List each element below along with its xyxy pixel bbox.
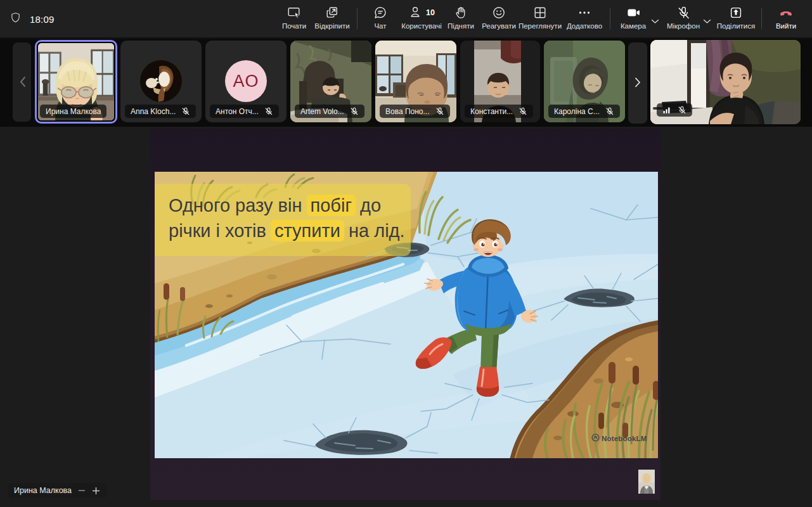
zoom-in-button[interactable] [90,485,101,496]
mic-off-icon [350,107,359,115]
mic-off-icon [678,106,686,114]
participant-tile-karolina[interactable]: Кароліна С... [544,41,625,122]
chevron-down-icon [703,16,711,26]
participant-tile-irina[interactable]: Ирина Малкова [35,40,117,124]
highlighted-word: побіг [307,195,356,216]
shared-slide: Одного разу він побіг до річки і хотів с… [155,172,658,458]
participant-name-pill: Artem Volo... [295,105,364,118]
participant-tile-vova[interactable]: Вова Поно... [375,41,456,122]
presenter-name-pill: Ирина Малкова [8,483,107,498]
meeting-timer: 18:09 [30,14,55,25]
participant-name-pill: Anna Kloch... [125,105,196,118]
leave-button[interactable]: Вийти [770,4,802,35]
popout-icon [325,4,340,21]
mic-options-chevron[interactable] [703,16,711,25]
filmstrip-prev-button[interactable] [15,74,30,91]
slide-caption-band: Одного разу він побіг до річки і хотів с… [155,184,411,256]
meeting-stage: Одного разу він побіг до річки і хотів с… [0,127,812,507]
smiley-icon [491,4,506,21]
chat-button[interactable]: Чат [365,4,396,35]
view-button[interactable]: Переглянути [517,4,564,35]
participant-tile-large[interactable] [650,40,801,124]
participant-tile-anna[interactable]: Anna Kloch... [120,41,202,122]
more-options-button[interactable]: Додатково [562,4,607,35]
slide-caption-line1: Одного разу він побіг до [169,193,411,218]
ellipsis-icon [577,4,592,21]
participant-tile-artem[interactable]: Artem Volo... [290,41,371,122]
share-button[interactable]: Поділитися [714,4,758,35]
notebooklm-logo-icon [591,433,600,443]
hang-up-icon [778,4,794,21]
shield-icon [10,11,22,27]
person-icon [408,4,423,22]
microphone-button[interactable]: Мікрофон [664,4,702,35]
react-button[interactable]: Реагувати [478,4,520,35]
mic-off-icon [435,107,444,115]
mic-off-icon [264,107,273,115]
participant-tile-anton[interactable]: AO Антон Отч... [205,41,287,122]
camera-options-chevron[interactable] [651,16,659,25]
connection-pill [657,103,692,117]
slide-caption-line2: річки і хотів ступити на лід. [169,218,411,243]
participants-count: 10 [426,8,435,17]
participant-name-pill: Кароліна С... [548,105,620,118]
unpin-button[interactable]: Відкріпити [307,4,358,35]
filmstrip-next-button[interactable] [628,42,647,124]
shared-screen-region: Одного разу він побіг до річки і хотів с… [150,129,661,500]
camera-icon [626,4,641,21]
toolbar-divider [761,8,762,29]
chevron-right-icon [633,77,642,90]
toolbar-divider [610,8,610,29]
screen-share-icon [287,4,302,21]
participant-tile-konstantin[interactable]: Константи... [460,41,540,122]
mic-off-icon [519,107,527,115]
participant-name-pill: Вова Поно... [380,105,450,118]
raise-hand-button[interactable]: Підняти [442,4,480,35]
mic-off-icon [605,107,614,115]
signal-bars-icon [662,106,671,114]
participant-name-pill: Константи... [465,105,533,118]
participant-name-pill: Ирина Малкова [40,105,106,118]
share-tray-icon [728,4,744,21]
toolbar-divider [357,8,358,29]
highlighted-word: ступити [271,220,344,241]
participants-button[interactable]: 10 Користувачі [396,4,448,35]
chat-icon [373,4,388,21]
meeting-window: 18:09 Почати Відкріпити [0,0,812,507]
avatar-initials: AO [225,60,267,102]
presenter-name: Ирина Малкова [14,486,72,495]
mic-off-icon [676,4,692,21]
raised-hand-icon [453,4,468,21]
camera-button[interactable]: Камера [616,4,650,35]
participants-filmstrip: Ирина Малкова Anna K [0,39,812,127]
chevron-down-icon [651,16,659,26]
avatar-photo [140,60,182,102]
meeting-toolbar: 18:09 Почати Відкріпити [0,0,812,38]
presenter-video-thumbnail[interactable] [638,470,655,494]
toolbar-left-group: 18:09 [10,0,55,38]
mic-off-icon [181,107,190,115]
zoom-out-button[interactable] [76,485,87,496]
grid-view-icon [532,4,548,21]
notebooklm-watermark: NotebookLM [591,433,647,443]
participant-name-pill: Антон Отч... [210,105,279,118]
